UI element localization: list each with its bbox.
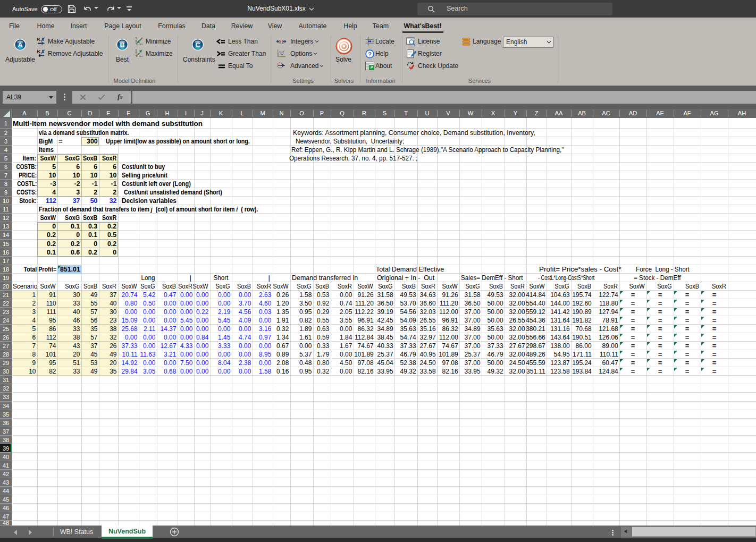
svg-text:✗: ✗ (41, 49, 45, 55)
svg-text:B: B (120, 41, 124, 49)
svg-text:C: C (195, 41, 200, 49)
svg-text:01: 01 (279, 39, 284, 45)
svg-text:✗: ✗ (41, 37, 45, 43)
svg-text:A: A (18, 41, 22, 49)
svg-text:?: ? (368, 51, 372, 57)
